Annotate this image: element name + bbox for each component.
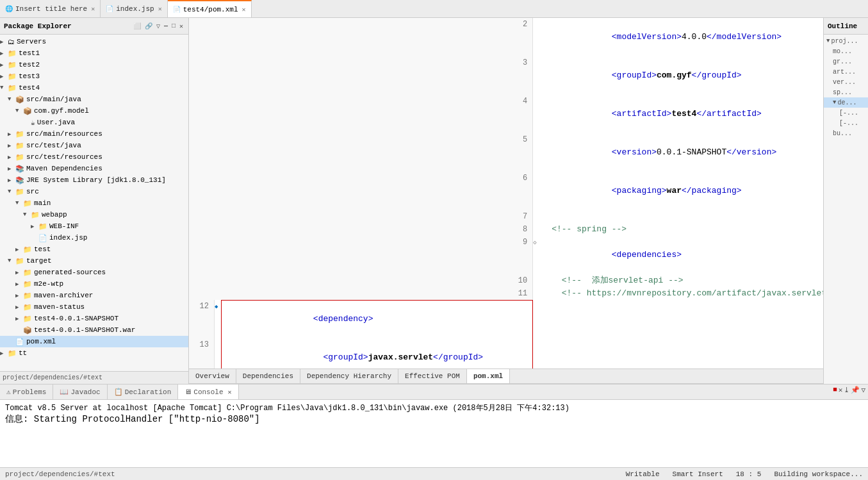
line-content-2[interactable]: <modelVersion>4.0.0</modelVersion> bbox=[537, 18, 823, 56]
tab-pom-xml[interactable]: 📄 test4/pom.xml ✕ bbox=[168, 0, 252, 17]
collapse-all-icon[interactable]: ⬜ bbox=[132, 22, 142, 31]
tree-item-index-jsp[interactable]: 📄 index.jsp bbox=[0, 232, 188, 244]
tree-item-test4-snapshot-war[interactable]: 📦 test4-0.0.1-SNAPSHOT.war bbox=[0, 324, 188, 336]
minimize-icon[interactable]: — bbox=[163, 22, 169, 31]
code-line-11: 11 <!-- https://mvnrepository.com/artifa… bbox=[189, 287, 823, 300]
tree-item-test3[interactable]: ▶ 📁 test3 bbox=[0, 70, 188, 82]
tab-close-insert-title[interactable]: ✕ bbox=[91, 5, 95, 13]
outline-item-bu[interactable]: bu... bbox=[824, 128, 868, 138]
label-index-jsp: index.jsp bbox=[49, 234, 87, 242]
outline-item-proj[interactable]: ▼ proj... bbox=[824, 36, 868, 46]
tree-item-pom-xml[interactable]: 📄 pom.xml bbox=[0, 336, 188, 347]
icon-servers: 🗂 bbox=[8, 38, 15, 46]
tree-item-generated-sources[interactable]: ▶ 📁 generated-sources bbox=[0, 267, 188, 278]
label-tt: tt bbox=[19, 349, 27, 357]
tree-item-test[interactable]: ▶ 📁 test bbox=[0, 244, 188, 255]
code-line-12: 12 ◆ <dependency> bbox=[189, 300, 533, 338]
arrow-tt: ▶ bbox=[0, 350, 8, 357]
tag-artifactid-open-4: <artifactId> bbox=[602, 109, 671, 119]
line-num-13: 13 bbox=[189, 338, 215, 368]
tree-item-test1[interactable]: ▶ 📁 test1 bbox=[0, 47, 188, 59]
tree-item-m2e-wtp[interactable]: ▶ 📁 m2e-wtp bbox=[0, 278, 188, 290]
line-content-8[interactable]: <!-- spring --> bbox=[537, 223, 823, 236]
tree-item-maven-dependencies[interactable]: ▶ 📚 Maven Dependencies bbox=[0, 163, 188, 174]
tree-item-src-test-resources[interactable]: ▶ 📁 src/test/resources bbox=[0, 151, 188, 163]
tree-item-user-java[interactable]: ☕ User.java bbox=[0, 117, 188, 128]
editor-area: 2 <modelVersion>4.0.0</modelVersion> 3 <… bbox=[189, 18, 823, 384]
outline-item-ver[interactable]: ver... bbox=[824, 77, 868, 87]
outline-item-de2[interactable]: [-... bbox=[824, 118, 868, 128]
line-content-13[interactable]: <groupId>javax.servlet</groupId> bbox=[218, 338, 533, 368]
tree-item-target[interactable]: ▼ 📁 target bbox=[0, 255, 188, 267]
scroll-lock-icon[interactable]: ⤓ bbox=[844, 386, 849, 398]
console-content[interactable]: Tomcat v8.5 Server at localhost [Apache … bbox=[0, 400, 868, 467]
line-content-6[interactable]: <packaging>war</packaging> bbox=[537, 172, 823, 210]
outline-item-de1[interactable]: [-... bbox=[824, 108, 868, 118]
bottom-tab-console[interactable]: 🖥 Console ✕ bbox=[178, 385, 238, 399]
line-content-5[interactable]: <version>0.0.1-SNAPSHOT</version> bbox=[537, 133, 823, 172]
tab-close-index-jsp[interactable]: ✕ bbox=[158, 5, 162, 13]
editor-tab-overview[interactable]: Overview bbox=[189, 369, 236, 383]
icon-com-gyf-model: 📦 bbox=[23, 107, 32, 115]
close-sidebar-icon[interactable]: ✕ bbox=[178, 22, 184, 31]
line-content-3[interactable]: <groupId>com.gyf</groupId> bbox=[537, 56, 823, 95]
tree-item-test2[interactable]: ▶ 📁 test2 bbox=[0, 59, 188, 70]
tree-item-src-main-java[interactable]: ▼ 📦 src/main/java bbox=[0, 94, 188, 105]
tree-item-main[interactable]: ▼ 📁 main bbox=[0, 197, 188, 209]
outline-item-mo[interactable]: mo... bbox=[824, 46, 868, 56]
tree-item-maven-archiver[interactable]: ▶ 📁 maven-archiver bbox=[0, 290, 188, 301]
outline-panel: Outline ▼ proj... mo... gr... art... ver… bbox=[823, 18, 868, 384]
pin-icon[interactable]: 📌 bbox=[851, 386, 860, 398]
editor-tab-effective-pom[interactable]: Effective POM bbox=[398, 369, 467, 383]
line-content-7[interactable] bbox=[537, 210, 823, 223]
arrow-maven-dependencies: ▶ bbox=[8, 165, 15, 172]
view-menu-icon[interactable]: ▽ bbox=[155, 22, 161, 31]
tab-index-jsp[interactable]: 📄 index.jsp ✕ bbox=[101, 0, 167, 17]
view-menu-bottom-icon[interactable]: ▽ bbox=[861, 386, 865, 398]
text-modelversion: 4.0.0 bbox=[682, 32, 707, 42]
editor-tab-dependency-hierarchy[interactable]: Dependency Hierarchy bbox=[300, 369, 398, 383]
tree-item-src-main-resources[interactable]: ▶ 📁 src/main/resources bbox=[0, 128, 188, 140]
line-num-3: 3 bbox=[189, 56, 533, 95]
outline-item-art[interactable]: art... bbox=[824, 67, 868, 77]
tree-item-maven-status[interactable]: ▶ 📁 maven-status bbox=[0, 301, 188, 313]
outline-item-sp[interactable]: sp... bbox=[824, 87, 868, 97]
outline-label-de2: [-... bbox=[839, 120, 858, 127]
tab-close-pom-xml[interactable]: ✕ bbox=[242, 6, 246, 13]
line-content-12[interactable]: <dependency> bbox=[218, 300, 533, 338]
editor-tab-label-pom-xml: pom.xml bbox=[473, 372, 503, 380]
editor-bottom-tabs: Overview Dependencies Dependency Hierarc… bbox=[189, 368, 823, 384]
tree-item-src[interactable]: ▼ 📁 src bbox=[0, 186, 188, 197]
line-content-10[interactable]: <!-- 添加servlet-api --> bbox=[537, 274, 823, 287]
console-close-icon[interactable]: ✕ bbox=[228, 388, 232, 396]
clear-console-icon[interactable]: ✕ bbox=[839, 386, 843, 398]
tab-insert-title[interactable]: 🌐 Insert title here ✕ bbox=[0, 0, 101, 17]
tree-item-jre-system-library[interactable]: ▶ 📚 JRE System Library [jdk1.8.0_131] bbox=[0, 174, 188, 186]
bottom-tab-javadoc[interactable]: 📖 Javadoc bbox=[53, 385, 107, 399]
line-content-9[interactable]: <dependencies> bbox=[537, 236, 823, 274]
tree-item-webapp[interactable]: ▼ 📁 webapp bbox=[0, 209, 188, 220]
line-content-4[interactable]: <artifactId>test4</artifactId> bbox=[537, 95, 823, 133]
tree-item-test4[interactable]: ▼ 📁 test4 bbox=[0, 82, 188, 94]
tree-item-src-test-java[interactable]: ▶ 📁 src/test/java bbox=[0, 140, 188, 151]
tree-item-web-inf[interactable]: ▶ 📁 WEB-INF bbox=[0, 220, 188, 232]
tree-item-test4-snapshot[interactable]: ▶ 📁 test4-0.0.1-SNAPSHOT bbox=[0, 313, 188, 324]
tree-item-com-gyf-model[interactable]: ▼ 📦 com.gyf.model bbox=[0, 105, 188, 117]
bottom-tab-problems[interactable]: ⚠ Problems bbox=[0, 385, 53, 399]
label-webapp: webapp bbox=[42, 211, 67, 219]
arrow-src-test-resources: ▶ bbox=[8, 154, 15, 161]
outline-item-gr[interactable]: gr... bbox=[824, 56, 868, 67]
line-content-11[interactable]: <!-- https://mvnrepository.com/artifact/… bbox=[537, 287, 823, 300]
tree-item-tt[interactable]: ▶ 📁 tt bbox=[0, 347, 188, 359]
code-container[interactable]: 2 <modelVersion>4.0.0</modelVersion> 3 <… bbox=[189, 18, 823, 368]
maximize-icon[interactable]: □ bbox=[170, 22, 177, 31]
stop-icon[interactable]: ■ bbox=[833, 386, 837, 398]
editor-tab-pom-xml[interactable]: pom.xml bbox=[467, 369, 510, 383]
tree-item-servers[interactable]: ▶ 🗂 Servers bbox=[0, 36, 188, 47]
outline-item-de[interactable]: ▼ de... bbox=[824, 97, 868, 108]
editor-tab-dependencies[interactable]: Dependencies bbox=[236, 369, 300, 383]
bottom-tab-declaration[interactable]: 📋 Declaration bbox=[108, 385, 179, 399]
outline-header: Outline bbox=[824, 18, 868, 35]
label-generated-sources: generated-sources bbox=[34, 269, 106, 276]
link-with-editor-icon[interactable]: 🔗 bbox=[143, 22, 154, 31]
